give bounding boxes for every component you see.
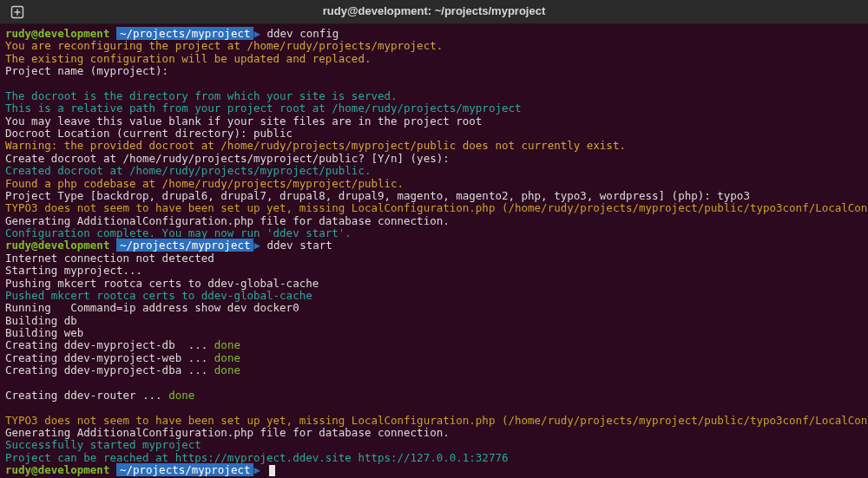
output-line: Create docroot at /home/rudy/projects/my…: [5, 153, 863, 165]
prompt-line: rudy@development ~/projects/myproject▶ d…: [5, 239, 863, 252]
prompt-path: ~/projects/myproject: [116, 27, 254, 40]
output-line: Project name (myproject):: [5, 65, 863, 77]
prompt-path: ~/projects/myproject: [116, 239, 254, 252]
terminal-area[interactable]: rudy@development ~/projects/myproject▶ d…: [0, 24, 868, 478]
output-line: The existing configuration will be updat…: [5, 53, 863, 65]
prompt-command: ddev config: [267, 27, 339, 40]
output-line: Warning: the provided docroot at /home/r…: [5, 140, 863, 152]
output-line: The docroot is the directory from which …: [5, 90, 863, 102]
output-line: Pushed mkcert rootca certs to ddev-globa…: [5, 290, 863, 302]
window-titlebar: rudy@development: ~/projects/myproject: [0, 0, 868, 24]
prompt-line: rudy@development ~/projects/myproject▶ d…: [5, 28, 863, 40]
output-line: Pushing mkcert rootca certs to ddev-glob…: [5, 278, 863, 290]
output-line: Creating ddev-myproject-db ... done: [5, 339, 863, 351]
output-line: Creating ddev-myproject-web ... done: [5, 352, 863, 364]
blank-line: [5, 402, 863, 414]
prompt-command: ddev start: [267, 239, 332, 252]
output-line: Docroot Location (current directory): pu…: [5, 128, 863, 140]
output-line: Starting myproject...: [5, 265, 863, 277]
output-line: Generating AdditionalConfiguration.php f…: [5, 427, 863, 439]
output-line: Project can be reached at https://myproj…: [5, 452, 863, 464]
prompt-user: rudy@development: [5, 463, 109, 476]
output-line: Building db: [5, 315, 863, 327]
cursor-block: [269, 465, 275, 476]
output-line: Creating ddev-router ... done: [5, 390, 863, 402]
output-line: You may leave this value blank if your s…: [5, 115, 863, 128]
blank-line: [5, 377, 863, 390]
output-line: Running Command=ip address show dev dock…: [5, 302, 863, 314]
output-line: Generating AdditionalConfiguration.php f…: [5, 215, 863, 227]
output-line: Successfully started myproject: [5, 439, 863, 451]
prompt-user: rudy@development: [5, 27, 109, 40]
output-line: Project Type [backdrop, drupal6, drupal7…: [5, 190, 863, 202]
output-line: Creating ddev-myproject-dba ... done: [5, 364, 863, 377]
blank-line: [5, 78, 863, 90]
prompt-line[interactable]: rudy@development ~/projects/myproject▶: [5, 464, 863, 476]
window-title: rudy@development: ~/projects/myproject: [0, 5, 868, 18]
output-line: TYPO3 does not seem to have been set up …: [5, 415, 863, 427]
output-line: Configuration complete. You may now run …: [5, 227, 863, 239]
prompt-path: ~/projects/myproject: [116, 463, 254, 476]
output-line: Building web: [5, 327, 863, 339]
output-line: Created docroot at /home/rudy/projects/m…: [5, 165, 863, 177]
output-line: Found a php codebase at /home/rudy/proje…: [5, 178, 863, 190]
output-line: Internet connection not detected: [5, 252, 863, 265]
prompt-user: rudy@development: [5, 239, 109, 252]
output-line: TYPO3 does not seem to have been set up …: [5, 202, 863, 214]
output-line: This is a relative path from your projec…: [5, 102, 863, 115]
output-line: You are reconfiguring the project at /ho…: [5, 40, 863, 52]
new-tab-icon[interactable]: [5, 0, 30, 24]
